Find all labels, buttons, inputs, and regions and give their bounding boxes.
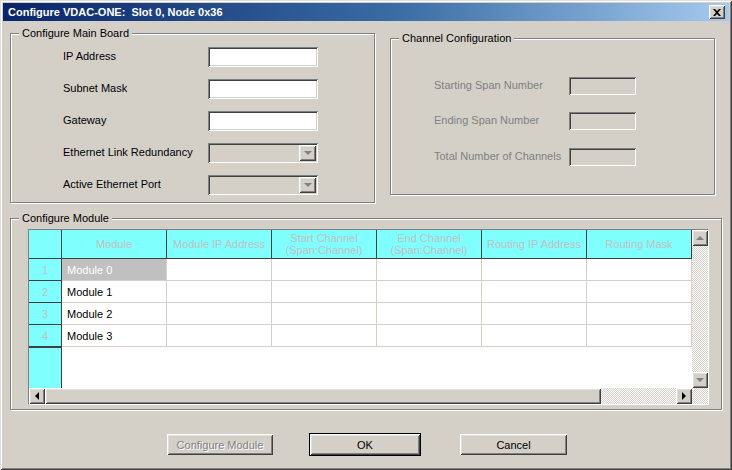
configure-vdac-dialog: Configure VDAC-ONE: Slot 0, Node 0x36 Co… <box>0 0 732 470</box>
header-routing-ip-address[interactable]: Routing IP Address <box>482 230 587 259</box>
routing-ip-cell[interactable] <box>482 303 587 325</box>
total-channels-input <box>569 148 636 166</box>
module-ip-cell[interactable] <box>167 325 272 347</box>
close-button[interactable] <box>709 5 725 19</box>
ending-span-input <box>569 112 636 130</box>
vertical-scroll-track[interactable] <box>692 246 708 372</box>
module-cell[interactable]: Module 3 <box>62 325 167 347</box>
end-channel-cell[interactable] <box>377 325 482 347</box>
table-row: 2 Module 1 <box>29 281 692 303</box>
ok-button[interactable]: OK <box>310 434 420 455</box>
configure-module-legend: Configure Module <box>19 212 112 225</box>
module-cell[interactable]: Module 1 <box>62 281 167 303</box>
module-ip-cell[interactable] <box>167 303 272 325</box>
table-row: 1 Module 0 <box>29 259 692 281</box>
subnet-mask-label: Subnet Mask <box>63 82 127 94</box>
module-cell[interactable]: Module 0 <box>62 259 167 281</box>
channel-configuration-group: Channel Configuration Starting Span Numb… <box>390 38 715 195</box>
table-header-row: Module Module IP Address Start Channel(S… <box>29 230 692 259</box>
cancel-button[interactable]: Cancel <box>460 434 567 455</box>
row-number-cell[interactable]: 1 <box>29 259 62 281</box>
chevron-down-icon <box>304 183 312 191</box>
start-channel-cell[interactable] <box>272 303 377 325</box>
module-ip-cell[interactable] <box>167 259 272 281</box>
scroll-right-button[interactable] <box>676 388 692 404</box>
routing-ip-cell[interactable] <box>482 281 587 303</box>
vertical-scrollbar[interactable] <box>692 230 708 388</box>
header-start-channel[interactable]: Start Channel(Span:Channel) <box>272 230 377 259</box>
gateway-label: Gateway <box>63 114 106 126</box>
routing-mask-cell[interactable] <box>587 281 692 303</box>
header-routing-mask[interactable]: Routing Mask <box>587 230 692 259</box>
end-channel-cell[interactable] <box>377 303 482 325</box>
module-table: Module Module IP Address Start Channel(S… <box>28 229 709 405</box>
routing-mask-cell[interactable] <box>587 303 692 325</box>
routing-ip-cell[interactable] <box>482 325 587 347</box>
table-row: 4 Module 3 <box>29 325 692 347</box>
active-ethernet-port-label: Active Ethernet Port <box>63 178 161 190</box>
arrow-right-icon <box>682 392 690 400</box>
end-channel-cell[interactable] <box>377 259 482 281</box>
routing-mask-cell[interactable] <box>587 259 692 281</box>
ethernet-link-redundancy-select[interactable] <box>208 143 318 163</box>
scrollbar-corner <box>692 388 708 404</box>
routing-mask-cell[interactable] <box>587 325 692 347</box>
row-number-cell[interactable]: 3 <box>29 303 62 325</box>
subnet-mask-input[interactable] <box>208 79 318 99</box>
header-module[interactable]: Module <box>62 230 167 259</box>
start-channel-cell[interactable] <box>272 281 377 303</box>
arrow-down-icon <box>696 378 704 386</box>
module-grid: Module Module IP Address Start Channel(S… <box>29 230 692 388</box>
scroll-left-button[interactable] <box>29 388 45 404</box>
configure-main-board-group: Configure Main Board IP Address Subnet M… <box>10 33 375 203</box>
start-channel-cell[interactable] <box>272 259 377 281</box>
channel-config-legend: Channel Configuration <box>399 32 514 45</box>
header-module-ip-address[interactable]: Module IP Address <box>167 230 272 259</box>
redundancy-dropdown-button[interactable] <box>299 145 316 161</box>
window-title: Configure VDAC-ONE: Slot 0, Node 0x36 <box>8 6 223 18</box>
configure-module-button: Configure Module <box>167 434 273 455</box>
end-channel-cell[interactable] <box>377 281 482 303</box>
header-row-number <box>29 230 62 259</box>
start-channel-cell[interactable] <box>272 325 377 347</box>
arrow-left-icon <box>31 392 39 400</box>
horizontal-scroll-thumb[interactable] <box>45 388 601 404</box>
starting-span-label: Starting Span Number <box>434 79 543 91</box>
ip-address-input[interactable] <box>208 47 318 67</box>
row-number-cell[interactable]: 2 <box>29 281 62 303</box>
active-port-dropdown-button[interactable] <box>299 177 316 193</box>
close-icon <box>713 9 721 16</box>
starting-span-input <box>569 77 636 95</box>
row-header-stub <box>29 347 62 388</box>
gateway-input[interactable] <box>208 111 318 131</box>
main-board-legend: Configure Main Board <box>19 27 132 40</box>
title-bar[interactable]: Configure VDAC-ONE: Slot 0, Node 0x36 <box>3 3 729 21</box>
arrow-up-icon <box>696 232 704 240</box>
ending-span-label: Ending Span Number <box>434 114 539 126</box>
header-end-channel[interactable]: End Channel(Span:Channel) <box>377 230 482 259</box>
total-channels-label: Total Number of Channels <box>434 150 561 162</box>
scroll-down-button[interactable] <box>692 372 708 388</box>
table-row: 3 Module 2 <box>29 303 692 325</box>
module-ip-cell[interactable] <box>167 281 272 303</box>
active-ethernet-port-select[interactable] <box>208 175 318 195</box>
ip-address-label: IP Address <box>63 50 116 62</box>
module-cell[interactable]: Module 2 <box>62 303 167 325</box>
horizontal-scrollbar[interactable] <box>29 388 692 404</box>
routing-ip-cell[interactable] <box>482 259 587 281</box>
scroll-up-button[interactable] <box>692 230 708 246</box>
chevron-down-icon <box>304 151 312 159</box>
row-number-cell[interactable]: 4 <box>29 325 62 347</box>
ethernet-link-redundancy-label: Ethernet Link Redundancy <box>63 146 193 158</box>
